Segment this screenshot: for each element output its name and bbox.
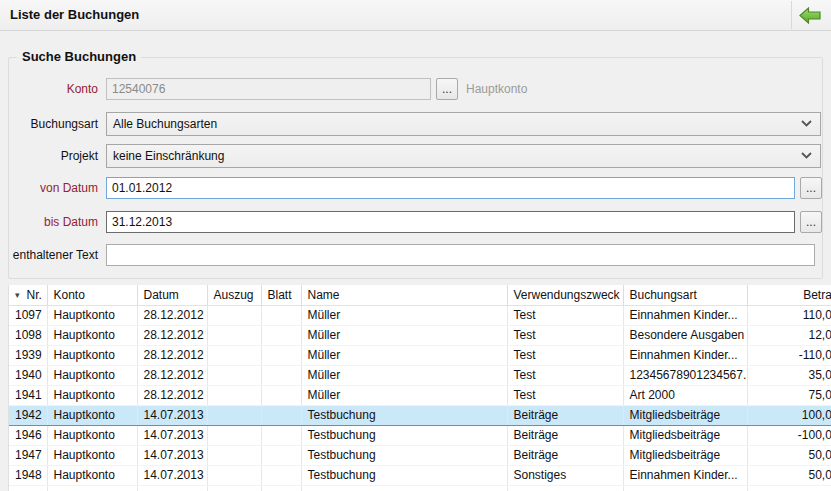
column-header-verwendungszweck[interactable]: Verwendungszweck [507, 285, 623, 306]
cell-auszug [207, 346, 261, 366]
von-datum-picker-button[interactable]: ... [800, 177, 822, 199]
cell-buchungsart: Mitgliedsbeiträge [623, 406, 747, 426]
cell-datum: 28.12.2012 [137, 346, 207, 366]
table-header-row: ▾Nr.KontoDatumAuszugBlattNameVerwendungs… [9, 285, 831, 306]
cell-blatt [261, 346, 301, 366]
bis-datum-picker-button[interactable]: ... [800, 211, 822, 233]
cell-nr: 1939 [9, 346, 47, 366]
cell-konto: Hauptkonto [47, 466, 137, 486]
cell-auszug [207, 326, 261, 346]
cell-verwendungszweck: Test [507, 306, 623, 326]
table-row[interactable]: 1098Hauptkonto28.12.2012MüllerTestBesond… [9, 326, 831, 346]
cell-blatt [261, 446, 301, 466]
cell-name: Testbuchung [301, 466, 507, 486]
empty-cell [137, 486, 207, 491]
empty-cell [747, 486, 831, 491]
bis-datum-row: bis Datum ... [9, 211, 822, 233]
konto-row: Konto ... Hauptkonto [9, 78, 822, 100]
column-header-betrag[interactable]: Betrag [747, 285, 831, 306]
cell-betrag: 50,00 [747, 446, 831, 466]
table-row[interactable]: 1947Hauptkonto14.07.2013TestbuchungBeitr… [9, 446, 831, 466]
projekt-select[interactable]: keine Einschränkung [106, 144, 821, 168]
table-row[interactable]: 1942Hauptkonto14.07.2013TestbuchungBeitr… [9, 406, 831, 426]
cell-blatt [261, 326, 301, 346]
cell-name: Müller [301, 306, 507, 326]
cell-nr: 1941 [9, 386, 47, 406]
empty-cell [207, 486, 261, 491]
cell-blatt [261, 466, 301, 486]
column-header-auszug[interactable]: Auszug [207, 285, 261, 306]
cell-konto: Hauptkonto [47, 406, 137, 426]
column-header-nr[interactable]: ▾Nr. [9, 285, 47, 306]
bis-datum-label: bis Datum [9, 215, 98, 229]
table-row[interactable]: 1948Hauptkonto14.07.2013TestbuchungSonst… [9, 466, 831, 486]
cell-betrag: 110,00 [747, 306, 831, 326]
column-header-datum[interactable]: Datum [137, 285, 207, 306]
cell-buchungsart: 12345678901234567... [623, 366, 747, 386]
cell-name: Müller [301, 366, 507, 386]
cell-konto: Hauptkonto [47, 306, 137, 326]
cell-verwendungszweck: Beiträge [507, 406, 623, 426]
konto-input[interactable] [106, 78, 431, 100]
buchungsart-select[interactable]: Alle Buchungsarten [106, 112, 821, 136]
cell-datum: 28.12.2012 [137, 326, 207, 346]
cell-verwendungszweck: Beiträge [507, 426, 623, 446]
cell-verwendungszweck: Beiträge [507, 446, 623, 466]
konto-label: Konto [9, 82, 98, 96]
cell-konto: Hauptkonto [47, 446, 137, 466]
konto-browse-button[interactable]: ... [436, 78, 458, 100]
von-datum-input[interactable] [106, 177, 795, 199]
von-datum-row: von Datum ... [9, 177, 822, 199]
cell-blatt [261, 306, 301, 326]
cell-datum: 14.07.2013 [137, 446, 207, 466]
cell-betrag: 75,00 [747, 386, 831, 406]
cell-blatt [261, 406, 301, 426]
cell-betrag: -100,00 [747, 426, 831, 446]
cell-nr: 1940 [9, 366, 47, 386]
cell-name: Müller [301, 346, 507, 366]
cell-name: Müller [301, 386, 507, 406]
von-datum-label: von Datum [9, 181, 98, 195]
cell-blatt [261, 366, 301, 386]
cell-buchungsart: Art 2000 [623, 386, 747, 406]
chevron-down-icon [801, 152, 812, 159]
enthaltener-text-label: enthaltener Text [9, 248, 98, 262]
empty-cell [623, 486, 747, 491]
cell-betrag: 50,00 [747, 466, 831, 486]
column-header-label: Konto [54, 288, 85, 302]
bis-datum-input[interactable] [106, 211, 795, 233]
konto-suffix-label: Hauptkonto [466, 82, 527, 96]
column-header-label: Datum [144, 288, 179, 302]
table-row[interactable]: 1941Hauptkonto28.12.2012MüllerTestArt 20… [9, 386, 831, 406]
green-arrow-left-icon [799, 7, 821, 24]
cell-auszug [207, 466, 261, 486]
table-row[interactable]: 1946Hauptkonto14.07.2013TestbuchungBeitr… [9, 426, 831, 446]
cell-konto: Hauptkonto [47, 426, 137, 446]
cell-nr: 1942 [9, 406, 47, 426]
table-row[interactable]: 1940Hauptkonto28.12.2012MüllerTest123456… [9, 366, 831, 386]
cell-nr: 1098 [9, 326, 47, 346]
title-bar: Liste der Buchungen [0, 0, 831, 31]
cell-buchungsart: Einnahmen Kinder... [623, 346, 747, 366]
column-header-buchungsart[interactable]: Buchungsart [623, 285, 747, 306]
table-row[interactable]: 1939Hauptkonto28.12.2012MüllerTestEinnah… [9, 346, 831, 366]
cell-auszug [207, 406, 261, 426]
bookings-table: ▾Nr.KontoDatumAuszugBlattNameVerwendungs… [8, 285, 831, 491]
sort-desc-icon: ▾ [15, 290, 20, 300]
cell-name: Testbuchung [301, 406, 507, 426]
empty-cell [47, 486, 137, 491]
search-group-title: Suche Buchungen [17, 49, 141, 64]
projekt-selected-value: keine Einschränkung [113, 149, 224, 163]
column-header-blatt[interactable]: Blatt [261, 285, 301, 306]
table-filler-row [9, 486, 831, 491]
column-header-label: Betrag [803, 288, 831, 302]
enthaltener-text-input[interactable] [106, 244, 815, 266]
cell-datum: 14.07.2013 [137, 466, 207, 486]
table-row[interactable]: 1097Hauptkonto28.12.2012MüllerTestEinnah… [9, 306, 831, 326]
column-header-konto[interactable]: Konto [47, 285, 137, 306]
back-button[interactable] [797, 4, 823, 26]
cell-blatt [261, 426, 301, 446]
buchungsart-label: Buchungsart [9, 117, 98, 131]
column-header-name[interactable]: Name [301, 285, 507, 306]
cell-nr: 1946 [9, 426, 47, 446]
